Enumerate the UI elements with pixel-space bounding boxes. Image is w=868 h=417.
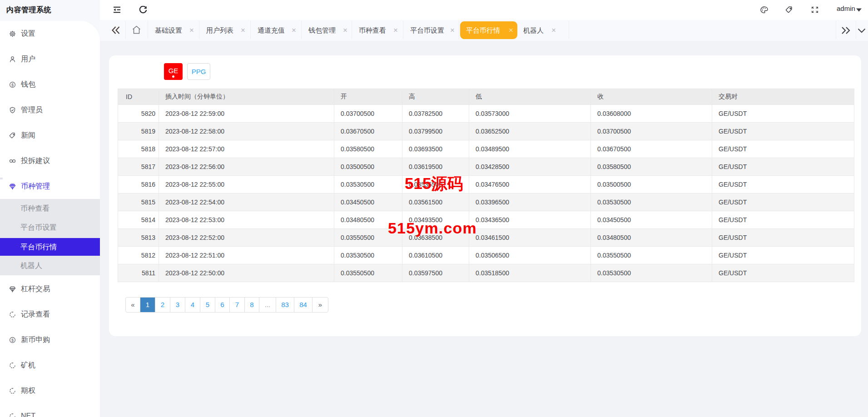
- svg-text:$: $: [11, 338, 14, 342]
- svg-text:$: $: [11, 82, 14, 87]
